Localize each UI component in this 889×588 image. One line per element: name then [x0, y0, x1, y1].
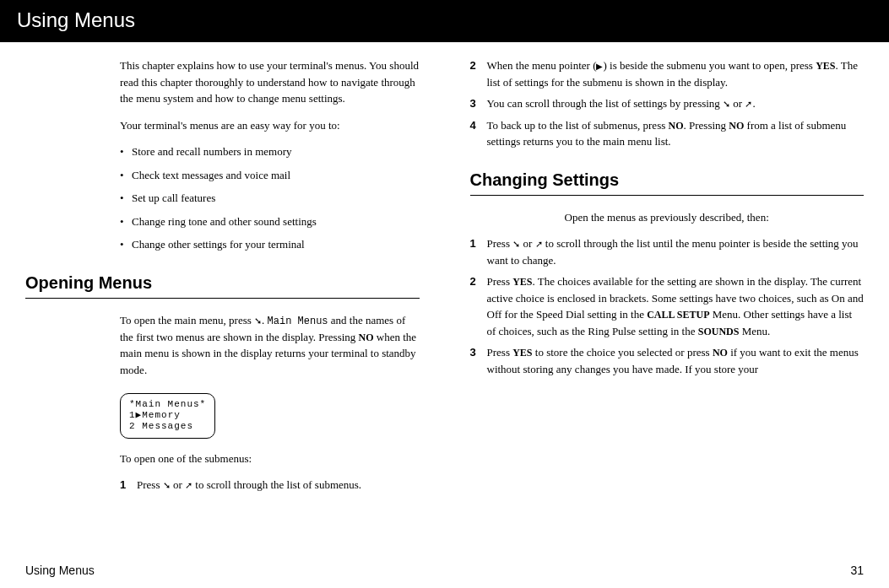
- intro-block: This chapter explains how to use your te…: [120, 57, 420, 253]
- step-item: 3 Press YES to store the choice you sele…: [470, 344, 865, 377]
- feature-list: Store and recall numbers in memory Check…: [120, 143, 420, 253]
- yes-key-label: YES: [512, 276, 532, 288]
- down-right-arrow-icon: ➘: [512, 237, 520, 251]
- yes-key-label: YES: [512, 347, 532, 359]
- display-line: 1▶Memory: [129, 410, 181, 420]
- left-column: This chapter explains how to use your te…: [25, 57, 420, 499]
- step-number: 2: [470, 273, 487, 339]
- step-body: When the menu pointer (▶) is beside the …: [487, 57, 865, 90]
- step-item: 2 Press YES. The choices available for t…: [470, 273, 865, 339]
- display-line: 2 Messages: [129, 421, 193, 431]
- right-column: 2 When the menu pointer (▶) is beside th…: [470, 57, 865, 499]
- list-item: Check text messages and voice mail: [120, 167, 420, 184]
- call-setup-label: CALL SETUP: [647, 309, 709, 321]
- step-number: 1: [470, 235, 487, 268]
- yes-key-label: YES: [816, 60, 835, 72]
- step-item: 3 You can scroll through the list of set…: [470, 95, 865, 112]
- changing-body: Open the menus as previously described, …: [565, 209, 865, 226]
- down-right-arrow-icon: ➘: [163, 478, 171, 493]
- step-body: Press ➘ or ➚ to scroll through the list …: [137, 477, 420, 494]
- list-item: Change ring tone and other sound setting…: [120, 213, 420, 230]
- list-item: Change other settings for your terminal: [120, 236, 420, 253]
- no-key-label: NO: [713, 347, 728, 359]
- step-body: Press ➘ or ➚ to scroll through the list …: [487, 235, 865, 268]
- opening-paragraph: To open the main menu, press ➘. Main Men…: [120, 312, 420, 379]
- step-number: 4: [470, 117, 487, 150]
- list-item: Store and recall numbers in memory: [120, 143, 420, 160]
- page-content: This chapter explains how to use your te…: [0, 42, 889, 499]
- step-item: 1 Press ➘ or ➚ to scroll through the lis…: [470, 235, 865, 268]
- down-right-arrow-icon: ➘: [254, 314, 262, 328]
- display-line: *Main Menus*: [129, 399, 206, 409]
- phone-display: *Main Menus* 1▶Memory 2 Messages: [120, 393, 215, 439]
- step-body: To back up to the list of submenus, pres…: [487, 117, 865, 150]
- submenu-lead: To open one of the submenus:: [120, 450, 420, 467]
- list-item: Set up call features: [120, 190, 420, 207]
- page-footer: Using Menus 31: [25, 562, 864, 580]
- step-item: 1 Press ➘ or ➚ to scroll through the lis…: [120, 477, 420, 494]
- step-number: 3: [470, 344, 487, 377]
- opening-body: To open the main menu, press ➘. Main Men…: [120, 312, 420, 494]
- step-item: 4 To back up to the list of submenus, pr…: [470, 117, 865, 150]
- no-key-label: NO: [729, 120, 744, 132]
- changing-settings-heading: Changing Settings: [470, 167, 865, 196]
- changing-lead: Open the menus as previously described, …: [565, 209, 865, 226]
- down-right-arrow-icon: ➘: [723, 97, 730, 111]
- up-left-arrow-icon: ➚: [535, 237, 543, 251]
- main-menus-mono: Main Menus: [268, 316, 328, 327]
- page-header: Using Menus: [0, 0, 889, 42]
- page-number: 31: [850, 562, 864, 580]
- step-number: 3: [470, 95, 487, 112]
- step-body: Press YES to store the choice you select…: [487, 344, 865, 377]
- opening-menus-heading: Opening Menus: [25, 270, 420, 299]
- footer-title: Using Menus: [25, 562, 95, 580]
- step-number: 2: [470, 57, 487, 90]
- step-body: Press YES. The choices available for the…: [487, 273, 865, 339]
- intro-paragraph: This chapter explains how to use your te…: [120, 57, 420, 107]
- sounds-label: SOUNDS: [698, 326, 740, 337]
- step-item: 2 When the menu pointer (▶) is beside th…: [470, 57, 865, 90]
- no-key-label: NO: [669, 120, 684, 132]
- step-body: You can scroll through the list of setti…: [487, 95, 865, 112]
- step-number: 1: [120, 477, 137, 494]
- no-key-label: NO: [359, 332, 374, 343]
- up-left-arrow-icon: ➚: [185, 478, 192, 493]
- lead-paragraph: Your terminal's menus are an easy way fo…: [120, 117, 420, 134]
